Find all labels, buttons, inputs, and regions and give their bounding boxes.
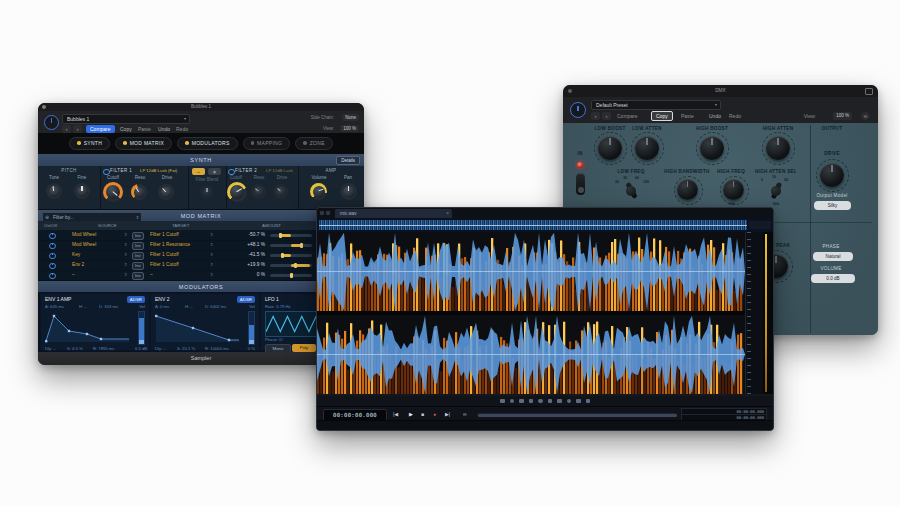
undo-button[interactable]: Undo [709,112,721,120]
in-toggle-switch[interactable] [576,173,585,195]
high-atten-knob[interactable] [766,136,790,160]
toolbar-icon[interactable] [548,399,553,404]
window-zoom-icon[interactable] [865,88,873,95]
mod-amount-slider[interactable] [270,244,312,247]
tab-add-icon[interactable] [326,211,330,215]
low-atten-knob[interactable] [635,136,659,160]
invert-button[interactable]: Inv [132,262,144,270]
high-atten-sel-switch[interactable] [768,183,784,199]
toolbar-icon[interactable] [519,399,524,404]
preset-select[interactable]: Bubbles 1 ▾ [62,114,190,124]
preset-back-button[interactable]: ‹ [591,112,600,120]
toolbar-icon[interactable] [557,399,562,404]
mod-source-select[interactable]: Mod Wheel [72,232,96,237]
toolbar-icon[interactable] [567,399,572,404]
view-value[interactable]: 100 % [833,112,852,120]
env2-vel-slider[interactable] [248,311,255,345]
invert-button[interactable]: Inv [132,272,144,280]
invert-button[interactable]: Inv [132,242,144,250]
tab-list-icon[interactable] [320,211,324,215]
file-tab[interactable]: mix.wav × [335,209,452,218]
mod-target-select[interactable]: – [150,272,153,277]
filter2-type-select[interactable]: LP 12dB Lush [266,168,293,173]
compare-button[interactable]: Compare [617,112,638,120]
compare-button[interactable]: Compare [86,125,115,133]
spectrogram-right-channel[interactable] [317,315,745,394]
mod-amount-value[interactable]: -41.5 % [223,252,265,257]
mod-amount-slider[interactable] [270,274,312,277]
mod-source-select[interactable]: Key [72,252,80,257]
high-boost-knob[interactable] [700,136,724,160]
redo-button[interactable]: Redo [729,112,741,120]
mod-source-select[interactable]: Mod Wheel [72,242,96,247]
filter-serial-button[interactable]: ↔ [192,168,205,175]
side-chain-value[interactable]: None [342,114,359,121]
toolbar-icon[interactable] [576,399,581,404]
filter1-type-select[interactable]: LP 12dB Lush (Fat) [140,168,177,173]
mod-amount-value[interactable]: +19.9 % [223,262,265,267]
mod-amount-value[interactable]: 0 % [223,272,265,277]
details-button[interactable]: Details [336,156,360,165]
mod-target-select[interactable]: Filter 1 Cutoff [150,262,179,267]
env1-vel-slider[interactable] [138,311,145,345]
env1-mode-select[interactable]: ADSR [127,296,145,303]
tune-knob[interactable] [46,183,62,199]
mod-source-select[interactable]: Env 2 [72,262,84,267]
toolbar-icon[interactable] [500,399,505,404]
filter1-cutoff-knob[interactable] [103,182,123,202]
env2-mode-select[interactable]: ADSR [237,296,255,303]
toolbar-icon[interactable] [510,399,515,404]
row-power-toggle[interactable] [49,263,56,270]
loop-button[interactable]: ∞ [463,411,467,417]
mod-target-select[interactable]: Filter 1 Cutoff [150,232,179,237]
go-to-end-button[interactable]: ▶| [445,411,450,417]
mod-source-select[interactable]: – [72,272,75,277]
preset-back-button[interactable]: ‹ [62,125,71,133]
fine-knob[interactable] [74,183,90,199]
low-boost-knob[interactable] [598,136,622,160]
tab-modulators[interactable]: MODULATORS [177,137,237,150]
copy-button[interactable]: Copy [120,125,132,133]
env2-graph[interactable] [155,311,243,343]
paste-button[interactable]: Paste [138,125,151,133]
env1-graph[interactable] [45,311,133,343]
toolbar-icon[interactable] [538,399,543,404]
high-freq-knob[interactable] [723,179,744,200]
phase-select[interactable]: Natural [813,252,853,261]
view-value[interactable]: 100 % [340,125,359,132]
filter1-drive-knob[interactable] [158,184,174,200]
row-power-toggle[interactable] [49,243,56,250]
redo-button[interactable]: Redo [176,125,188,133]
spectrogram-left-channel[interactable] [317,232,745,311]
lfo-poly-button[interactable]: Poly [292,344,316,352]
low-freq-switch[interactable] [623,183,639,199]
paste-button[interactable]: Paste [681,112,694,120]
invert-button[interactable]: Inv [132,252,144,260]
toolbar-icon[interactable] [529,399,534,404]
stop-button[interactable]: ■ [421,411,424,417]
filter2-cutoff-knob[interactable] [227,182,247,202]
filter1-reso-knob[interactable] [131,184,147,200]
mod-target-select[interactable]: Filter 1 Cutoff [150,252,179,257]
filter2-drive-knob[interactable] [273,184,288,199]
drive-knob[interactable] [820,163,844,187]
eq-titlebar[interactable]: DMX [563,85,878,97]
invert-button[interactable]: Inv [132,232,144,240]
power-button[interactable] [570,102,586,118]
row-power-toggle[interactable] [49,273,56,280]
tab-mod-matrix[interactable]: MOD MATRIX [115,137,172,150]
overview-buttons[interactable] [749,221,771,229]
preset-select[interactable]: Default Preset ▾ [591,100,721,110]
filter2-reso-knob[interactable] [251,184,266,199]
waveform-overview[interactable] [317,218,773,233]
filter-blend-knob[interactable] [200,185,214,199]
tab-synth[interactable]: SYNTH [69,137,110,150]
toolbar-icon[interactable] [586,399,591,404]
volume-knob[interactable] [310,183,327,200]
tab-mapping[interactable]: MAPPING [243,137,291,150]
undo-button[interactable]: Undo [158,125,170,133]
pan-knob[interactable] [340,183,357,200]
sampler-titlebar[interactable]: Bubbles 1 [38,103,364,111]
record-button[interactable]: ● [433,411,436,417]
copy-button[interactable]: Copy [651,111,673,121]
